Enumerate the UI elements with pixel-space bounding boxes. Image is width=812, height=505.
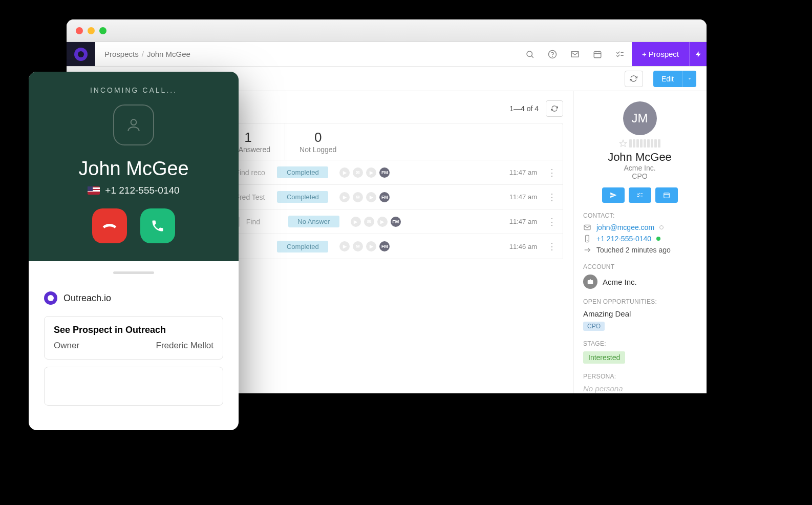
prospect-title: CPO <box>583 172 696 180</box>
mail-icon[interactable]: ✉ <box>353 241 363 251</box>
edit-button-group: Edit <box>653 71 696 87</box>
svg-marker-10 <box>619 140 626 146</box>
next-icon[interactable]: ▶ <box>377 217 388 227</box>
minimize-window-button[interactable] <box>88 27 95 34</box>
call-action-buttons <box>29 208 239 243</box>
phone-icon <box>151 219 165 233</box>
prospect-name: John McGee <box>583 151 696 164</box>
breadcrumb-section[interactable]: Prospects <box>104 50 139 58</box>
outreach-logo-icon <box>44 291 57 305</box>
star-icon[interactable] <box>619 139 627 148</box>
edit-button[interactable]: Edit <box>653 71 682 87</box>
email-status-icon <box>659 225 664 229</box>
drag-handle[interactable] <box>113 271 154 274</box>
sequence-button[interactable] <box>629 187 651 203</box>
user-badge: FM <box>391 217 401 227</box>
stage-section: STAGE: Interested <box>583 340 696 364</box>
pager-text: 1—4 of 4 <box>509 104 539 113</box>
window-titlebar <box>67 19 707 42</box>
accept-call-button[interactable] <box>140 208 175 243</box>
svg-point-3 <box>552 56 553 56</box>
account-line[interactable]: Acme Inc. <box>583 275 696 289</box>
mail-icon[interactable]: ✉ <box>364 217 374 227</box>
app-logo-sidebar[interactable] <box>67 42 95 66</box>
next-icon[interactable]: ▶ <box>366 241 376 251</box>
more-menu-icon[interactable]: ⋮ <box>547 241 557 252</box>
avatar: JM <box>623 101 657 135</box>
briefcase-icon <box>583 275 597 289</box>
prospect-info-card[interactable]: See Prospect in Outreach Owner Frederic … <box>44 316 223 360</box>
breadcrumb: Prospects / John McGee <box>95 42 525 66</box>
caller-avatar <box>113 104 154 145</box>
add-prospect-button[interactable]: + Prospect <box>632 42 689 66</box>
contact-label: CONTACT: <box>583 212 696 219</box>
call-time: 11:47 am <box>509 193 541 201</box>
person-icon <box>125 117 142 133</box>
help-icon[interactable] <box>548 50 557 59</box>
send-button[interactable] <box>602 187 625 203</box>
user-badge: FM <box>379 192 390 202</box>
svg-rect-13 <box>664 193 669 198</box>
call-disposition: Completed <box>277 191 328 203</box>
opportunity-name[interactable]: Amazing Deal <box>583 309 696 318</box>
hangup-icon <box>101 218 118 234</box>
decline-call-button[interactable] <box>92 208 127 243</box>
calendar-icon[interactable] <box>593 50 602 59</box>
more-menu-icon[interactable]: ⋮ <box>547 192 557 203</box>
svg-rect-19 <box>588 280 593 284</box>
tasks-icon[interactable] <box>615 50 625 59</box>
account-label: ACCOUNT <box>583 263 696 270</box>
contact-phone-line: +1 212-555-0140 <box>583 235 696 243</box>
pager-refresh-button[interactable] <box>546 100 563 117</box>
user-badge: FM <box>379 241 390 251</box>
stat-number: 0 <box>300 130 336 145</box>
open-opp-label: OPEN OPPORTUNITIES: <box>583 298 696 305</box>
call-info-panel: Outreach.io See Prospect in Outreach Own… <box>29 261 239 416</box>
mail-icon[interactable]: ✉ <box>353 167 363 178</box>
call-note: Fred Test <box>235 193 271 201</box>
schedule-button[interactable] <box>655 187 678 203</box>
topbar-actions <box>525 42 632 66</box>
next-icon[interactable]: ▶ <box>366 167 376 178</box>
svg-line-1 <box>531 56 533 57</box>
owner-row: Owner Frederic Mellot <box>54 341 213 351</box>
call-time: 11:47 am <box>509 169 541 176</box>
mail-icon[interactable]: ✉ <box>353 192 363 202</box>
action-buttons <box>583 187 696 203</box>
edit-dropdown-button[interactable] <box>682 71 696 87</box>
maximize-window-button[interactable] <box>99 27 106 34</box>
close-window-button[interactable] <box>76 27 83 34</box>
rating-row <box>583 139 696 148</box>
row-action-icons: ▶ ✉ ▶ FM <box>339 241 390 251</box>
call-disposition: Completed <box>277 166 328 178</box>
email-link[interactable]: john@mcgee.com <box>596 223 654 232</box>
phone-link[interactable]: +1 212-555-0140 <box>596 235 651 243</box>
call-note: Find <box>246 218 282 226</box>
play-icon[interactable]: ▶ <box>351 217 361 227</box>
search-icon[interactable] <box>525 50 535 59</box>
call-disposition: No Answer <box>288 216 339 227</box>
more-menu-icon[interactable]: ⋮ <box>547 216 557 227</box>
call-disposition: Completed <box>277 241 328 252</box>
opportunity-tag: CPO <box>583 322 605 331</box>
svg-point-20 <box>131 119 137 125</box>
contact-section: CONTACT: john@mcgee.com +1 212-555-0140 … <box>583 212 696 254</box>
prospect-company: Acme Inc. <box>583 164 696 172</box>
arrow-icon <box>583 246 591 254</box>
svg-point-0 <box>527 51 532 57</box>
play-icon[interactable]: ▶ <box>339 241 350 251</box>
refresh-button[interactable] <box>625 71 643 87</box>
account-section: ACCOUNT Acme Inc. <box>583 263 696 289</box>
more-menu-icon[interactable]: ⋮ <box>547 167 557 178</box>
phone-status-icon <box>656 237 660 241</box>
card-title: See Prospect in Outreach <box>54 325 213 335</box>
engagement-bars <box>629 139 660 148</box>
incoming-label: INCOMING CALL... <box>29 86 239 94</box>
caller-number: +1 212-555-0140 <box>105 185 179 196</box>
next-icon[interactable]: ▶ <box>366 192 376 202</box>
play-icon[interactable]: ▶ <box>339 192 350 202</box>
play-icon[interactable]: ▶ <box>339 167 350 178</box>
quick-action-button[interactable] <box>689 42 707 66</box>
owner-label: Owner <box>54 341 79 351</box>
mail-icon[interactable] <box>570 50 580 59</box>
